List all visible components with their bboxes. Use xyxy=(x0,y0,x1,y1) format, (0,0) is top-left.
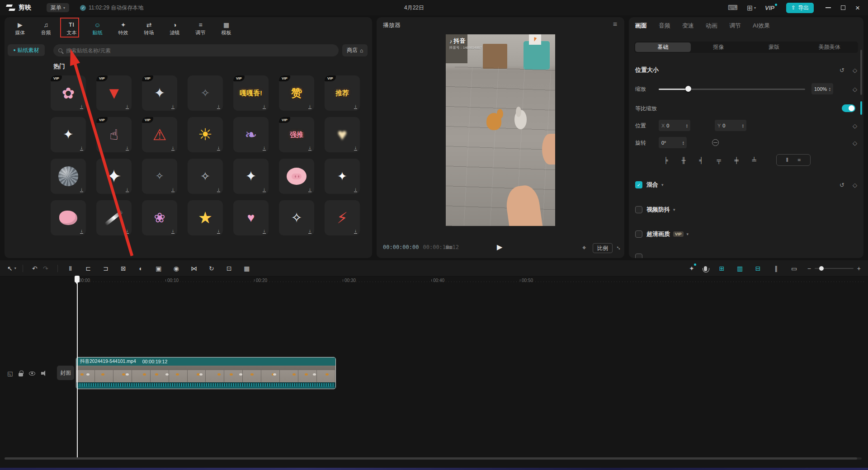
keyframe-icon[interactable]: ◇ xyxy=(853,86,857,93)
speed-icon[interactable]: ◉ xyxy=(171,265,182,272)
download-icon[interactable]: ↓ xyxy=(217,187,220,192)
keyframe-icon[interactable]: ◇ xyxy=(853,67,857,74)
slider-thumb[interactable] xyxy=(685,86,691,92)
keyframe-icon[interactable]: ◇ xyxy=(853,122,857,129)
select-tool-button[interactable]: ↖ ▾ xyxy=(7,265,16,272)
sticker-white-sparkles[interactable]: ✦↓ xyxy=(51,117,86,152)
menu-button[interactable]: 菜单 ▾ xyxy=(47,3,69,12)
tab-sticker[interactable]: ☺贴纸 xyxy=(85,19,110,39)
stepper[interactable]: ▴▾ xyxy=(742,123,744,128)
preview-quality-icon[interactable]: ▦▦ xyxy=(445,245,452,249)
download-icon[interactable]: ↓ xyxy=(171,187,175,192)
cover-button[interactable]: 封面 xyxy=(57,366,74,380)
download-icon[interactable]: ↓ xyxy=(263,103,266,109)
subtab-basic[interactable]: 基础 xyxy=(635,42,691,52)
tab-adjust[interactable]: 调节 xyxy=(729,22,741,30)
magic-wand-icon[interactable]: ✦ xyxy=(689,265,694,272)
tab-audio[interactable]: 音频 xyxy=(659,22,670,30)
layout-switch-button[interactable]: ⊞▾ xyxy=(747,4,756,12)
sticker-heart-glow[interactable]: ♥↓ xyxy=(325,117,360,152)
tab-speed[interactable]: 变速 xyxy=(682,22,694,30)
sticker-warning[interactable]: ⚠VIP↓ xyxy=(142,117,177,152)
scale-value-box[interactable]: 100% ▴▾ xyxy=(811,83,833,94)
redo-button[interactable]: ↷ xyxy=(40,265,51,272)
download-icon[interactable]: ↓ xyxy=(354,228,357,234)
sticker-thin-sparkle[interactable]: ✧↓ xyxy=(279,200,314,235)
download-icon[interactable]: ↓ xyxy=(126,187,129,192)
trim-right-icon[interactable]: ⊐ xyxy=(100,265,111,272)
sticker-butterflies[interactable]: ❀↓ xyxy=(142,200,177,235)
reset-icon[interactable]: ↺ xyxy=(840,67,844,74)
sticker-butterfly[interactable]: ✿VIP↓ xyxy=(51,75,86,111)
download-icon[interactable]: ↓ xyxy=(308,103,311,109)
sticker-fist[interactable]: ↓ xyxy=(51,200,86,235)
record-mic-icon[interactable] xyxy=(704,266,707,271)
align-icon-3[interactable]: ╤ xyxy=(712,155,726,165)
tab-template[interactable]: ▦模板 xyxy=(213,19,239,39)
distribute-icon-0[interactable]: ‖ xyxy=(786,157,788,163)
tab-effects[interactable]: ✦特效 xyxy=(110,19,136,39)
project-date[interactable]: 4月22日 xyxy=(404,0,424,15)
focus-frame-icon[interactable]: ⌖ xyxy=(582,244,586,252)
scale-slider[interactable] xyxy=(659,83,805,95)
sticker-dim-sparkles[interactable]: ✧↓ xyxy=(188,75,223,111)
download-icon[interactable]: ↓ xyxy=(217,228,220,234)
clipped-checkbox[interactable] xyxy=(635,254,642,258)
search-input[interactable] xyxy=(66,47,334,54)
zoom-in-icon[interactable]: + xyxy=(857,265,861,272)
sticker-pig-face[interactable]: ↓ xyxy=(279,159,314,194)
hd-checkbox[interactable] xyxy=(635,230,642,238)
shortcut-keyboard-icon[interactable]: ⌨ xyxy=(728,4,738,12)
align-icon-0[interactable]: ╞ xyxy=(659,155,673,165)
lock-icon[interactable] xyxy=(19,373,23,376)
distribute-icon-1[interactable]: = xyxy=(797,157,801,163)
keyframe-icon[interactable]: ◇ xyxy=(853,182,857,188)
y-field[interactable]: Y 0 ▴▾ xyxy=(715,120,746,131)
zoom-out-icon[interactable]: − xyxy=(807,265,811,272)
main-track-magnet-icon[interactable]: ⊞ xyxy=(717,265,727,272)
trim-left-icon[interactable]: ⊏ xyxy=(83,265,94,272)
sticker-light-streak[interactable]: ↓ xyxy=(96,200,132,235)
stepper[interactable]: ▴▾ xyxy=(686,123,688,128)
export-button[interactable]: ⇧ 导出 xyxy=(786,3,814,13)
reset-icon[interactable]: ↺ xyxy=(840,182,844,188)
download-icon[interactable]: ↓ xyxy=(263,228,266,234)
sticker-lightning[interactable]: ⚡↓ xyxy=(325,200,360,235)
preview-axis-icon[interactable]: ∥ xyxy=(771,265,782,272)
player-menu-icon[interactable]: ≡ xyxy=(613,20,617,28)
chevron-down-icon[interactable]: ▾ xyxy=(661,183,664,187)
download-icon[interactable]: ↓ xyxy=(263,145,266,150)
crop-icon[interactable]: ⊡ xyxy=(224,265,235,272)
download-icon[interactable]: ↓ xyxy=(126,103,129,109)
download-icon[interactable]: ↓ xyxy=(308,187,311,192)
tab-audio[interactable]: ♫音频 xyxy=(33,19,59,39)
sticker-text-tuijian[interactable]: 推荐VIP↓ xyxy=(325,75,360,111)
tab-ai-effects[interactable]: AI效果 xyxy=(753,22,770,30)
auto-snap-icon[interactable]: ▥ xyxy=(735,265,745,272)
sticker-hearts[interactable]: ♥↓ xyxy=(233,200,269,235)
chevron-down-icon[interactable]: ▾ xyxy=(673,207,675,212)
download-icon[interactable]: ↓ xyxy=(80,145,83,150)
subtab-beauty[interactable]: 美颜美体 xyxy=(802,42,857,52)
blend-checkbox[interactable]: ✓ xyxy=(635,181,642,188)
keyframe-icon[interactable]: ◇ xyxy=(853,140,857,146)
download-icon[interactable]: ↓ xyxy=(171,145,175,150)
download-icon[interactable]: ↓ xyxy=(80,228,83,234)
align-icon-5[interactable]: ╧ xyxy=(747,155,761,165)
sticker-disco-ball[interactable]: ↓ xyxy=(51,159,86,194)
mirror-icon[interactable]: ⋈ xyxy=(189,265,199,272)
sticker-tiny-sparkles[interactable]: ✧↓ xyxy=(142,159,177,194)
ratio-button[interactable]: 比例 xyxy=(593,243,613,253)
sticker-single-sparkle[interactable]: ✦↓ xyxy=(325,159,360,194)
tab-adjust[interactable]: ≡调节 xyxy=(188,19,213,39)
subtab-mask[interactable]: 蒙版 xyxy=(746,42,802,52)
x-field[interactable]: X 0 ▴▾ xyxy=(659,120,690,131)
download-icon[interactable]: ↓ xyxy=(263,187,266,192)
delete-icon[interactable]: ⊠ xyxy=(118,265,129,272)
sticker-purple-fairy[interactable]: ❧↓ xyxy=(233,117,269,152)
video-clip[interactable]: 抖音2024419-544101.mp4 00:00:19:12 xyxy=(76,357,336,389)
download-icon[interactable]: ↓ xyxy=(171,103,175,109)
sticker-sparkle[interactable]: ✦VIP↓ xyxy=(142,75,177,111)
download-icon[interactable]: ↓ xyxy=(354,145,357,150)
scrollbar-thumb[interactable] xyxy=(5,457,857,460)
